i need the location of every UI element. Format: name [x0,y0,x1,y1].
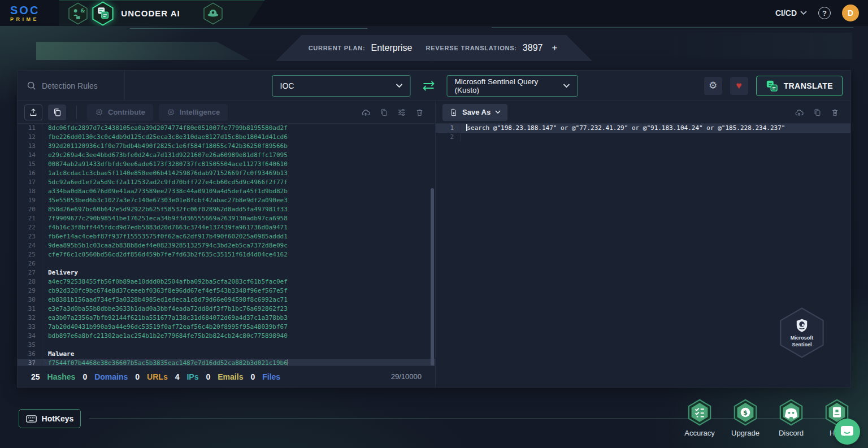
code-line[interactable]: 34bdb897e6a8bfc21302ae1ac254b1b2e779684f… [18,332,435,341]
code-line[interactable]: 2 [436,133,850,142]
vertical-scrollbar[interactable] [431,188,434,366]
code-text: fbe226dd0130c3c0c4db9d125cd25eca3c8e310d… [42,133,288,142]
code-line[interactable]: 1935e55053bed6b3c1027a3e7c140e67303e01e8… [18,196,435,205]
count-label-hashes[interactable]: Hashes [47,372,76,381]
search-icon [27,81,36,90]
code-text: f4b16c3f8bff445fdcd9d7edb5883d20d7663c37… [42,223,288,232]
upgrade-badge[interactable]: $ Upgrade [729,399,762,437]
count-label-files[interactable]: Files [262,372,280,381]
code-line[interactable]: 1search @"198.23.188.147" or @"77.232.41… [436,124,850,133]
code-line[interactable]: 30eb8381b156aad734ef3a0328b4985ed1edeca1… [18,295,435,305]
output-editor-toolbar: Save As [436,101,850,123]
source-format-select[interactable]: IOC [272,75,411,97]
code-line[interactable]: 27Delivery [18,268,435,277]
code-line[interactable]: 35 [18,341,435,350]
count-label-ips[interactable]: IPs [186,372,198,381]
count-label-urls[interactable]: URLs [147,372,168,381]
target-format-select[interactable]: Microsoft Sentinel Query (Kusto) [447,75,578,97]
code-line[interactable]: 36Malware [18,350,435,359]
cloud-upload-button[interactable] [794,108,804,117]
count-value: 0 [135,372,140,381]
code-line[interactable]: 249dea895b5b1c03caa2b838b8def4e082392851… [18,241,435,250]
soc-prime-logo[interactable]: SOC PRIME [10,5,40,22]
code-line[interactable]: 217f9909677c290b98541be176251eca34b9f3d3… [18,214,435,223]
add-translations-button[interactable]: + [549,42,559,54]
code-text: 35e55053bed6b3c1027a3e7c140e67303e01e8fc… [42,196,288,205]
copy-all-button[interactable] [48,105,66,120]
clear-button[interactable] [415,108,424,117]
count-value: 4 [175,372,180,381]
swap-direction-icon[interactable] [421,80,437,92]
count-value: 0 [250,372,255,381]
language-selectors: IOC Microsoft Sentinel Query (Kusto) [272,75,578,97]
code-line[interactable]: 28a4ec792538455fb56f0b89ae10ddd0b2504afb… [18,277,435,286]
chevron-down-icon [396,84,403,88]
code-line[interactable]: 32ea3b07a2356a7bfb92144f621ba551677a138c… [18,314,435,323]
detection-rules-search[interactable]: Detection Rules [18,71,125,101]
contribute-button[interactable]: Contribute [87,104,153,121]
line-number: 33 [18,323,42,332]
copy-button[interactable] [380,108,388,117]
intelligence-label: Intelligence [180,108,220,116]
code-line[interactable]: 26 [18,259,435,268]
detective-hat-icon [202,2,224,25]
upload-icon [29,108,38,117]
chat-widget-button[interactable] [834,419,860,445]
threat-hunting-nav-button[interactable] [201,2,225,25]
code-line[interactable]: 29cb92d320fc9bc674e8d37ceeebf0363f8e96dd… [18,286,435,295]
code-line[interactable]: 12fbe226dd0130c3c0c4db9d125cd25eca3c8e31… [18,133,435,142]
code-line[interactable]: 18a334ba0d8ac0676d09e41aa273589ee27338c4… [18,187,435,196]
accuracy-badge[interactable]: Accuracy [683,399,716,437]
top-navbar: SOC PRIME & UNCODER AI [0,0,868,26]
save-as-button[interactable]: Save As [442,104,507,121]
toolbar-right-group: ⚙ ♥ TRANSLATE [704,76,850,96]
user-avatar[interactable]: D [842,5,859,21]
upload-button[interactable] [24,105,42,120]
copy-button[interactable] [813,108,822,117]
current-plan-label: CURRENT PLAN: [309,45,366,51]
code-line[interactable]: 175dc92a6ed1ef2a5d9cf2a112532ad2c9fd70bf… [18,178,435,187]
hotkeys-label: HotKeys [42,414,74,423]
code-line[interactable]: 13392d201120936c1f0e77bdb4b490f2825c1e6f… [18,142,435,151]
attack-detective-nav-button[interactable]: & [66,2,90,25]
hotkeys-button[interactable]: HotKeys [19,409,81,428]
count-label-emails[interactable]: Emails [218,372,243,381]
cicd-label: CI/CD [775,8,797,18]
code-text: 7f9909677c290b98541be176251eca34b9f3d365… [42,214,288,223]
line-number: 25 [18,250,42,259]
code-text [42,341,48,350]
copy-icon [813,108,822,117]
source-code-editor[interactable]: 118dc06fdc2897d7c3438105ea0a39d2074774f8… [18,124,435,366]
intelligence-button[interactable]: Intelligence [159,104,228,121]
discord-badge[interactable]: Discord [775,399,808,437]
code-line[interactable]: 337ab20d40431b990a9a44e96dc53519f0af72ea… [18,323,435,332]
code-line[interactable]: 22f4b16c3f8bff445fdcd9d7edb5883d20d7663c… [18,223,435,232]
line-number: 27 [18,268,42,277]
source-editor-pane: 118dc06fdc2897d7c3438105ea0a39d2074774f8… [18,124,436,387]
uncoder-ai-nav-button[interactable] [90,2,115,25]
line-number: 37 [18,359,42,366]
code-line[interactable]: 25cfe7f6c1c0560bd56cd2df856d459b7fe7fd63… [18,250,435,259]
source-editor-actions [361,108,428,117]
code-line[interactable]: 31e3e7a3d0ba55b8dbbe3633b1dad0a3bbf4eada… [18,305,435,314]
count-label-domains[interactable]: Domains [94,372,128,381]
watermark-content: Microsoft Sentinel [778,307,826,359]
code-line[interactable]: 161a1c8cdac1c3cbae5f1140e850ee06b4142598… [18,169,435,178]
code-line[interactable]: 118dc06fdc2897d7c3438105ea0a39d2074774f8… [18,124,435,133]
count-value: 0 [83,372,87,381]
translate-button[interactable]: TRANSLATE [756,76,843,96]
code-line[interactable]: 37f7544f07b4468e38e36607b5ac5b3835eac148… [18,359,435,366]
code-line[interactable]: 23fb6ef14ac4cebf87f937f15553575f0f62ac62… [18,232,435,241]
help-button[interactable]: ? [818,7,831,19]
code-line[interactable]: 14e29c269a4c3ee4bbd673bfe0d24ca7d131d922… [18,151,435,160]
favorite-button[interactable]: ♥ [730,77,748,95]
cloud-upload-button[interactable] [361,108,371,117]
settings-button[interactable]: ⚙ [704,77,722,95]
code-line[interactable]: 20858d26e697bc60b642e5d92922b625f58532fc… [18,205,435,214]
code-line[interactable]: 1500874ab2a91433dfbfdc9ee6ade6173f328073… [18,160,435,169]
line-number: 11 [18,124,42,133]
filters-button[interactable] [397,108,406,117]
text-cursor [466,124,467,131]
clear-button[interactable] [831,108,839,117]
cicd-dropdown[interactable]: CI/CD [775,8,807,18]
